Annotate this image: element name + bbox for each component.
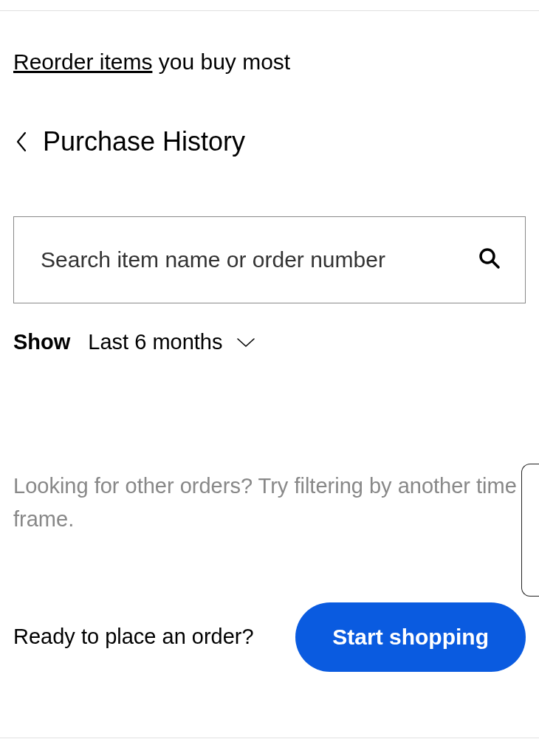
- main-content: Reorder items you buy most Purchase Hist…: [0, 49, 539, 672]
- reorder-banner: Reorder items you buy most: [13, 49, 526, 75]
- feedback-tab[interactable]: [521, 464, 539, 597]
- reorder-suffix: you buy most: [152, 49, 290, 74]
- filter-selected-value: Last 6 months: [88, 330, 222, 354]
- filter-label: Show: [13, 330, 70, 354]
- search-container: [13, 216, 526, 303]
- cta-prompt: Ready to place an order?: [13, 625, 254, 649]
- svg-line-1: [492, 261, 498, 267]
- search-submit[interactable]: [478, 247, 501, 272]
- top-divider: [0, 10, 539, 11]
- empty-state-message: Looking for other orders? Try filtering …: [13, 470, 526, 536]
- page-title: Purchase History: [43, 126, 245, 157]
- search-input[interactable]: [13, 216, 526, 303]
- time-filter-dropdown[interactable]: Last 6 months: [88, 330, 255, 354]
- back-button[interactable]: [13, 129, 30, 154]
- page-header: Purchase History: [13, 126, 526, 157]
- bottom-divider: [0, 738, 539, 738]
- chevron-left-icon: [16, 131, 27, 152]
- chevron-down-icon: [236, 337, 255, 348]
- start-shopping-button[interactable]: Start shopping: [295, 602, 526, 672]
- search-icon: [478, 247, 501, 269]
- reorder-link[interactable]: Reorder items: [13, 49, 152, 74]
- cta-row: Ready to place an order? Start shopping: [13, 602, 526, 672]
- filter-row: Show Last 6 months: [13, 330, 526, 354]
